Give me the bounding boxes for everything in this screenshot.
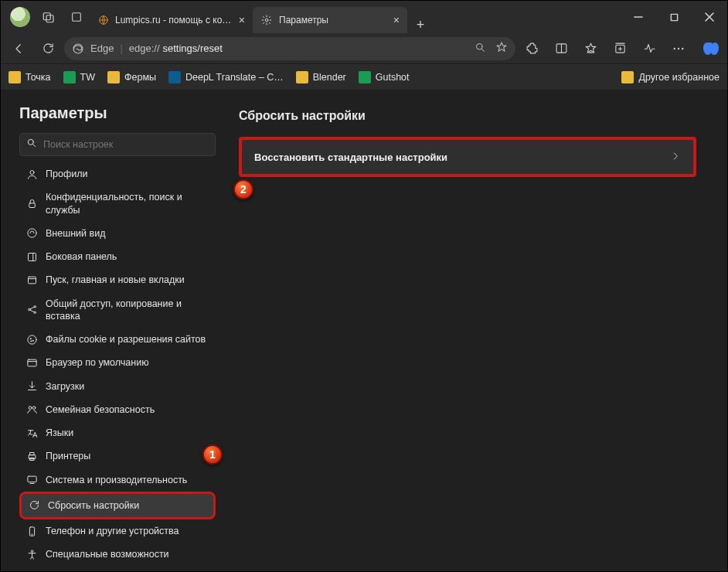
sidebar-item-label: Общий доступ, копирование и вставка <box>46 298 209 323</box>
sidebar-item[interactable]: Боковая панель <box>19 245 216 268</box>
sidebar-item[interactable]: Пуск, главная и новые вкладки <box>19 268 216 291</box>
sidebar-item[interactable]: Языки <box>19 421 216 444</box>
new-tab-button[interactable]: + <box>407 17 434 33</box>
sidebar-item-label: Браузер по умолчанию <box>46 356 149 369</box>
address-bar[interactable]: Edge | edge://settings/reset <box>64 37 515 60</box>
svg-point-21 <box>682 47 683 49</box>
favorite-icon[interactable] <box>495 41 508 56</box>
svg-point-24 <box>30 170 34 174</box>
download-icon <box>26 380 38 393</box>
sidebar-item-label: Телефон и другие устройства <box>46 525 179 537</box>
sidebar-item-label: Файлы cookie и разрешения сайтов <box>46 333 206 346</box>
sidebar-item[interactable]: Конфиденциальность, поиск и службы <box>19 186 216 222</box>
folder-icon <box>296 71 308 83</box>
folder-icon <box>107 71 120 83</box>
bookmark-item[interactable]: Фермы <box>107 71 156 83</box>
bookmark-item[interactable]: TW <box>63 71 95 83</box>
titlebar-left <box>1 1 90 33</box>
appearance-icon <box>26 227 38 240</box>
svg-point-19 <box>674 47 675 49</box>
sidebar-item[interactable]: Загрузки <box>19 375 216 398</box>
tab-lumpics[interactable]: Lumpics.ru - помощь с компьют × <box>90 7 253 33</box>
workspaces-icon[interactable] <box>35 10 63 24</box>
bookmark-item[interactable]: Blender <box>296 71 346 83</box>
svg-point-43 <box>32 407 36 410</box>
sidebar-item-label: Языки <box>46 427 73 439</box>
svg-point-37 <box>30 338 31 339</box>
sidebar-item-label: Принтеры <box>46 450 90 462</box>
sidebar-item-label: Специальные возможности <box>46 548 169 560</box>
bookmark-item[interactable]: DeepL Translate – C… <box>168 71 284 83</box>
sidebar-item[interactable]: Сбросить настройки <box>19 492 216 519</box>
performance-icon[interactable] <box>636 37 662 60</box>
sidebar-item[interactable]: Семейная безопасность <box>19 398 216 421</box>
collections-icon[interactable] <box>607 37 633 60</box>
sidebar-item-label: Система и производительность <box>46 474 187 486</box>
sidebar-item[interactable]: Телефон и другие устройства <box>19 519 216 543</box>
refresh-button[interactable] <box>35 37 61 60</box>
titlebar: Lumpics.ru - помощь с компьют × Параметр… <box>1 1 727 33</box>
copilot-button[interactable] <box>698 36 723 61</box>
bookmark-item[interactable]: Точка <box>9 71 51 83</box>
a11y-icon <box>26 548 38 560</box>
sidebar-item[interactable]: Специальные возможности <box>19 543 216 566</box>
user-icon <box>26 168 38 180</box>
split-screen-icon[interactable] <box>548 37 574 60</box>
settings-sidebar: Параметры ПрофилиКонфиденциальность, пои… <box>1 90 223 572</box>
site-icon <box>63 71 76 83</box>
search-icon <box>26 138 37 152</box>
engine-label: Edge <box>90 43 114 54</box>
sidebar-item[interactable]: Профили <box>19 162 216 186</box>
tab-settings[interactable]: Параметры × <box>253 7 407 33</box>
other-bookmarks[interactable]: Другое избранное <box>621 71 719 83</box>
more-icon[interactable] <box>665 37 692 60</box>
extensions-icon[interactable] <box>519 37 545 60</box>
browser-icon <box>26 356 38 369</box>
maximize-button[interactable] <box>656 1 692 33</box>
sidebar-item-label: Боковая панель <box>46 250 117 263</box>
close-icon[interactable]: × <box>239 14 245 26</box>
bookmarks-bar: Точка TW Фермы DeepL Translate – C… Blen… <box>1 64 727 90</box>
bookmark-item[interactable]: Gutshot <box>359 71 410 83</box>
sidebar-item-label: Конфиденциальность, поиск и службы <box>46 191 209 216</box>
folder-icon <box>621 71 634 83</box>
svg-point-10 <box>477 43 483 49</box>
gear-icon <box>260 14 273 26</box>
sidebar-item[interactable]: Принтеры <box>19 444 216 468</box>
content: Параметры ПрофилиКонфиденциальность, пои… <box>1 90 727 572</box>
svg-point-22 <box>28 139 33 145</box>
profile-avatar[interactable] <box>10 7 30 27</box>
page-heading: Сбросить настройки <box>239 109 696 123</box>
sidebar-item[interactable]: Система и производительность <box>19 468 216 492</box>
sidebar-item-label: Пуск, главная и новые вкладки <box>46 274 185 286</box>
sidebar-item-label: Семейная безопасность <box>46 403 155 416</box>
sidebar-item[interactable]: Внешний вид <box>19 222 216 245</box>
lang-icon <box>26 427 38 439</box>
search-input[interactable] <box>43 139 209 150</box>
reset-settings-card[interactable]: Восстановить стандартные настройки <box>239 137 696 177</box>
svg-point-26 <box>27 229 36 237</box>
tab-actions-icon[interactable] <box>63 11 90 23</box>
chevron-right-icon <box>670 151 681 164</box>
sidebar-item[interactable]: Общий доступ, копирование и вставка <box>19 292 216 329</box>
home-icon <box>26 274 38 286</box>
svg-rect-2 <box>73 13 81 22</box>
svg-rect-27 <box>28 253 36 260</box>
tabs: Lumpics.ru - помощь с компьют × Параметр… <box>90 1 621 33</box>
svg-point-36 <box>27 335 36 344</box>
sidebar-item[interactable]: О программе Microsoft Edge <box>19 567 216 573</box>
favorites-icon[interactable] <box>577 37 604 60</box>
sidebar-item[interactable]: Файлы cookie и разрешения сайтов <box>19 328 216 351</box>
svg-point-4 <box>265 19 268 22</box>
globe-icon <box>98 14 109 26</box>
zoom-icon[interactable] <box>475 42 486 56</box>
minimize-button[interactable] <box>621 1 656 33</box>
toolbar: Edge | edge://settings/reset <box>1 33 727 64</box>
sidebar-item[interactable]: Браузер по умолчанию <box>19 351 216 374</box>
close-window-button[interactable] <box>692 1 727 33</box>
tab-title: Lumpics.ru - помощь с компьют <box>115 15 233 26</box>
settings-search[interactable] <box>19 133 216 156</box>
svg-line-34 <box>30 308 34 310</box>
close-icon[interactable]: × <box>393 14 400 26</box>
back-button[interactable] <box>5 37 32 60</box>
